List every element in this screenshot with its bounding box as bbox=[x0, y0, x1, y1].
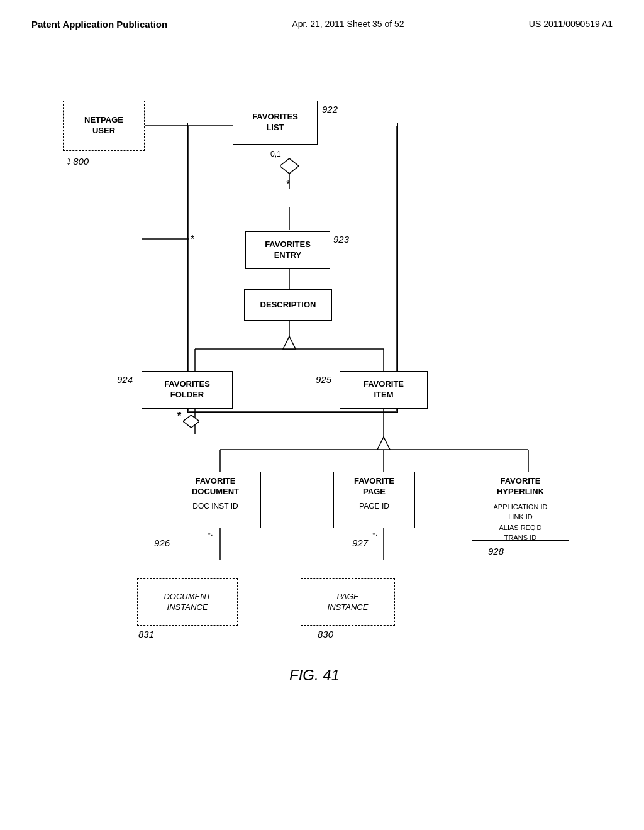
document-instance-ref: 831 bbox=[138, 629, 154, 639]
star-folder: * bbox=[177, 411, 181, 422]
diamond-folder bbox=[183, 415, 199, 431]
favorite-item-ref: 925 bbox=[316, 374, 331, 385]
page-instance-box: PAGEINSTANCE bbox=[301, 578, 395, 626]
page: Patent Application Publication Apr. 21, … bbox=[0, 0, 644, 830]
favorites-folder-box: FAVORITESFOLDER bbox=[142, 371, 233, 409]
figure-label: FIG. 41 bbox=[245, 667, 384, 684]
favorite-item-box: FAVORITEITEM bbox=[340, 371, 428, 409]
document-instance-label: DOCUMENTINSTANCE bbox=[164, 592, 211, 613]
favorite-hyperlink-ref: 928 bbox=[488, 546, 504, 556]
favorite-document-box: FAVORITEDOCUMENT DOC INST ID bbox=[170, 472, 261, 528]
favorites-folder-label: FAVORITESFOLDER bbox=[164, 379, 210, 401]
favorite-item-label: FAVORITEITEM bbox=[364, 379, 404, 401]
document-instance-box: DOCUMENTINSTANCE bbox=[137, 578, 238, 626]
svg-marker-19 bbox=[377, 437, 390, 450]
favorite-hyperlink-box: FAVORITEHYPERLINK APPLICATION IDLINK IDA… bbox=[472, 472, 569, 541]
favorites-folder-ref: 924 bbox=[117, 374, 133, 385]
netpage-user-box: NETPAGEUSER bbox=[63, 101, 145, 151]
star-doc: *· bbox=[208, 530, 213, 540]
netpage-user-label: NETPAGEUSER bbox=[84, 115, 123, 136]
page-instance-label: PAGEINSTANCE bbox=[328, 592, 369, 613]
outer-scope-box bbox=[187, 123, 398, 413]
favorite-document-field: DOC INST ID bbox=[170, 499, 260, 513]
favorite-page-ref: 927 bbox=[352, 538, 368, 548]
page-instance-ref: 830 bbox=[318, 629, 333, 639]
svg-marker-23 bbox=[183, 415, 199, 428]
favorite-document-label: FAVORITEDOCUMENT bbox=[170, 472, 260, 499]
favorite-hyperlink-fields: APPLICATION IDLINK IDALIAS REQ'DTRANS ID bbox=[472, 499, 569, 546]
favorites-list-ref: 922 bbox=[322, 104, 338, 114]
star-page: *· bbox=[372, 530, 378, 540]
favorite-page-label: FAVORITEPAGE bbox=[334, 472, 414, 499]
favorite-document-ref: 926 bbox=[154, 538, 170, 548]
favorite-page-box: FAVORITEPAGE PAGE ID bbox=[333, 472, 415, 528]
favorite-page-field: PAGE ID bbox=[334, 499, 414, 513]
netpage-user-ref: ⤵ 800 bbox=[66, 156, 89, 167]
favorite-hyperlink-label: FAVORITEHYPERLINK bbox=[472, 472, 569, 499]
